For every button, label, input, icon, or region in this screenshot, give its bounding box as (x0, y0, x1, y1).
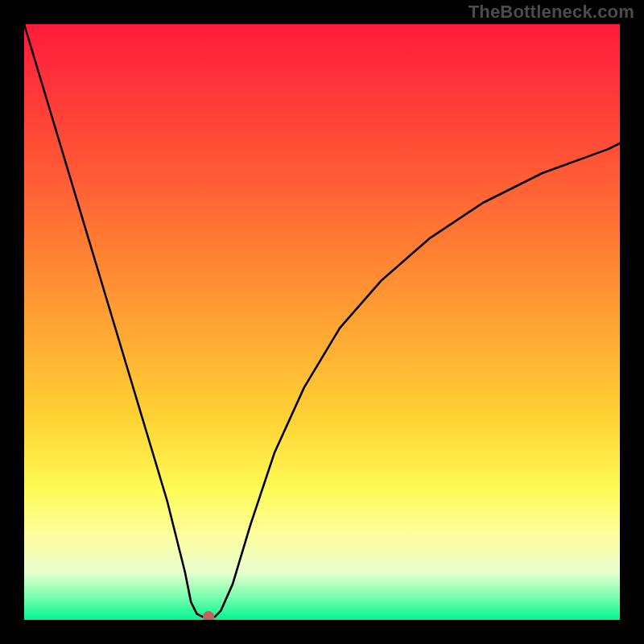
plot-area (24, 24, 620, 620)
minimum-marker (203, 611, 214, 620)
chart-frame: TheBottleneck.com (0, 0, 644, 644)
bottleneck-curve (24, 24, 620, 617)
watermark-text: TheBottleneck.com (469, 2, 634, 23)
curve-layer (24, 24, 620, 620)
